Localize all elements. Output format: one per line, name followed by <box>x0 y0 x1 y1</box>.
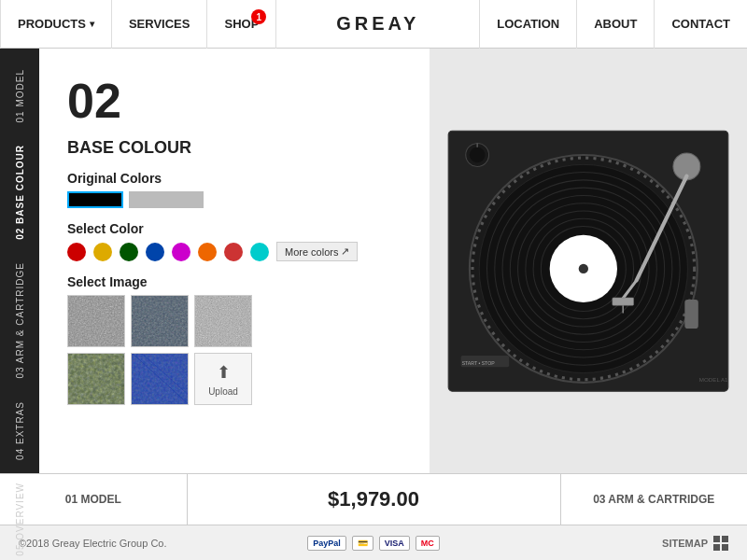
main-layout: 01 MODEL 02 BASE COLOUR 03 ARM & CARTRID… <box>0 49 747 473</box>
select-color-section: Select Color More colors ↗ <box>67 221 402 261</box>
svg-text:START • STOP: START • STOP <box>462 360 496 366</box>
select-image-label: Select Image <box>67 274 402 289</box>
payment-card-icon: 💳 <box>352 536 374 551</box>
content-panel: 02 BASE COLOUR Original Colors Select Co… <box>39 49 430 473</box>
sidebar-item-overview[interactable]: 05 OVERVIEW <box>11 471 29 560</box>
color-dot-coral[interactable] <box>224 243 243 261</box>
footer-payment: PayPal 💳 VISA MC <box>307 536 440 551</box>
image-grid: ⬆ Upload <box>67 295 402 405</box>
color-dot-cyan[interactable] <box>250 243 269 261</box>
nav-products[interactable]: PRODUCTS ▾ <box>0 0 112 49</box>
mastercard-icon: MC <box>416 536 440 551</box>
nav-right: LOCATION ABOUT CONTACT <box>479 0 747 49</box>
sidebar-item-arm-cartridge[interactable]: 03 ARM & CARTRIDGE <box>11 251 29 390</box>
nav-about[interactable]: ABOUT <box>576 0 654 49</box>
sidebar-item-model[interactable]: 01 MODEL <box>11 58 29 133</box>
image-thumb-1[interactable] <box>67 295 125 347</box>
color-dot-magenta[interactable] <box>172 243 190 261</box>
color-dot-yellow[interactable] <box>93 243 112 261</box>
sitemap-grid-icon <box>713 536 728 551</box>
chevron-down-icon: ▾ <box>90 19 94 29</box>
next-step-button[interactable]: 03 ARM & CARTRIDGE <box>560 474 748 525</box>
footer-right: SITEMAP <box>440 536 728 551</box>
cart-count-badge: 1 <box>251 9 266 24</box>
paypal-icon: PayPal <box>307 536 346 551</box>
upload-button[interactable]: ⬆ Upload <box>194 353 252 405</box>
image-thumb-2[interactable] <box>131 295 189 347</box>
svg-rect-31 <box>684 300 698 329</box>
color-slider-row <box>67 191 402 208</box>
color-dot-blue[interactable] <box>146 243 164 261</box>
turntable-image: START • STOP MODEL A1 <box>444 126 733 396</box>
color-dot-orange[interactable] <box>198 243 217 261</box>
image-thumb-3[interactable] <box>194 295 252 347</box>
svg-rect-3 <box>132 295 188 347</box>
nav-services[interactable]: SERVICES <box>112 0 208 49</box>
image-thumb-5[interactable] <box>131 353 189 405</box>
original-colors-section: Original Colors <box>67 171 402 208</box>
nav-contact[interactable]: CONTACT <box>654 0 747 49</box>
navbar: PRODUCTS ▾ SERVICES SHOP 1 GREAY LOCATIO… <box>0 0 747 49</box>
select-image-section: Select Image <box>67 274 402 405</box>
sidebar-item-base-colour[interactable]: 02 BASE COLOUR <box>11 133 29 251</box>
nav-location[interactable]: LOCATION <box>479 0 576 49</box>
color-circles: More colors ↗ <box>67 242 402 261</box>
color-dot-darkgreen[interactable] <box>120 243 138 261</box>
sidebar-item-extras[interactable]: 04 EXTRAS <box>11 390 29 471</box>
turntable-panel: START • STOP MODEL A1 <box>430 49 747 473</box>
svg-rect-7 <box>68 353 124 405</box>
more-colors-button[interactable]: More colors ↗ <box>276 242 358 261</box>
sitemap-label[interactable]: SITEMAP <box>662 538 708 549</box>
color-range-slider[interactable] <box>129 191 204 208</box>
svg-point-25 <box>579 264 588 273</box>
svg-rect-1 <box>68 295 124 347</box>
step-number: 02 <box>67 77 402 125</box>
select-color-label: Select Color <box>67 221 402 236</box>
bottom-nav: 01 MODEL $1,979.00 03 ARM & CARTRIDGE <box>0 473 747 525</box>
selected-color-swatch[interactable] <box>67 191 123 208</box>
sidebar: 01 MODEL 02 BASE COLOUR 03 ARM & CARTRID… <box>0 49 39 473</box>
nav-shop[interactable]: SHOP 1 <box>207 0 276 49</box>
svg-rect-29 <box>613 298 634 305</box>
nav-left: PRODUCTS ▾ SERVICES SHOP 1 <box>0 0 276 49</box>
upload-icon: ⬆ <box>217 362 231 383</box>
site-logo[interactable]: GREAY <box>276 13 479 35</box>
svg-rect-5 <box>195 295 251 347</box>
original-colors-label: Original Colors <box>67 171 402 186</box>
shop-badge: SHOP 1 <box>224 17 259 31</box>
upload-label: Upload <box>208 386 238 397</box>
svg-point-35 <box>470 147 486 163</box>
footer: ©2018 Greay Electric Group Co. PayPal 💳 … <box>0 525 747 560</box>
price-display: $1,979.00 <box>188 487 560 511</box>
external-link-icon: ↗ <box>341 245 349 258</box>
visa-icon: VISA <box>379 536 410 551</box>
color-dot-red[interactable] <box>67 243 86 261</box>
image-thumb-4[interactable] <box>67 353 125 405</box>
step-title: BASE COLOUR <box>67 138 402 158</box>
footer-copyright: ©2018 Greay Electric Group Co. <box>19 538 307 549</box>
svg-text:MODEL A1: MODEL A1 <box>699 376 728 383</box>
